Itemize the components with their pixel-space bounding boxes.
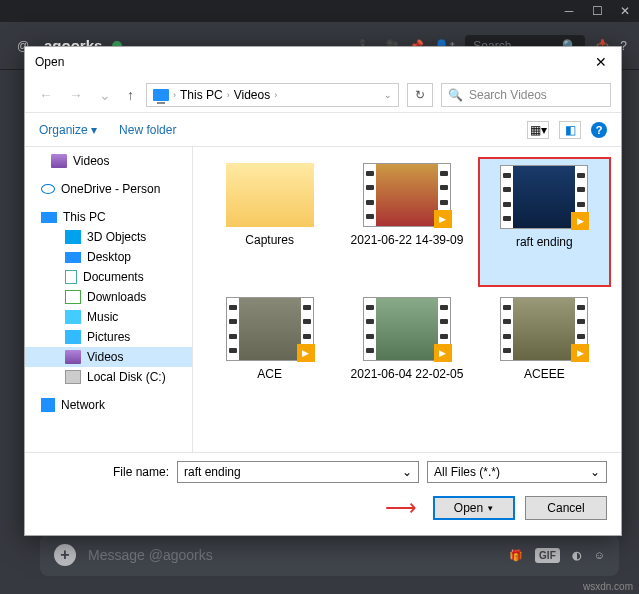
folder-icon bbox=[226, 163, 314, 227]
tree-item-documents[interactable]: Documents bbox=[25, 267, 192, 287]
filetype-select[interactable]: All Files (*.*) ⌄ bbox=[427, 461, 607, 483]
chevron-down-icon[interactable]: ⌄ bbox=[384, 90, 392, 100]
attach-button[interactable]: + bbox=[54, 544, 76, 566]
3d-icon bbox=[65, 230, 81, 244]
chevron-right-icon: › bbox=[227, 90, 230, 100]
sticker-icon[interactable]: ◐ bbox=[572, 549, 582, 562]
message-input[interactable]: Message @agoorks bbox=[88, 547, 497, 563]
discord-titlebar: ─ ☐ ✕ bbox=[0, 0, 639, 22]
dialog-toolbar: Organize ▾ New folder ▦▾ ◧ ? bbox=[25, 113, 621, 147]
video-thumbnail: ▶ bbox=[363, 297, 451, 361]
open-button[interactable]: Open ▼ bbox=[433, 496, 515, 520]
video-thumbnail: ▶ bbox=[500, 165, 588, 229]
play-overlay-icon: ▶ bbox=[571, 344, 589, 362]
file-item-video[interactable]: ▶ 2021-06-22 14-39-09 bbox=[340, 157, 473, 287]
network-icon bbox=[41, 398, 55, 412]
file-item-video[interactable]: ▶ ACEEE bbox=[478, 291, 611, 421]
video-thumbnail: ▶ bbox=[226, 297, 314, 361]
preview-pane-button[interactable]: ◧ bbox=[559, 121, 581, 139]
file-item-video[interactable]: ▶ 2021-06-04 22-02-05 bbox=[340, 291, 473, 421]
video-thumbnail: ▶ bbox=[363, 163, 451, 227]
play-overlay-icon: ▶ bbox=[571, 212, 589, 230]
watermark: wsxdn.com bbox=[583, 581, 633, 592]
onedrive-icon bbox=[41, 184, 55, 194]
file-item-video[interactable]: ▶ ACE bbox=[203, 291, 336, 421]
message-compose: + Message @agoorks 🎁 GIF ◐ ☺ bbox=[40, 534, 619, 576]
filename-input[interactable]: raft ending ⌄ bbox=[177, 461, 419, 483]
up-button[interactable]: ↑ bbox=[123, 85, 138, 105]
downloads-icon bbox=[65, 290, 81, 304]
maximize-button[interactable]: ☐ bbox=[583, 0, 611, 22]
pc-icon bbox=[41, 212, 57, 223]
search-icon: 🔍 bbox=[448, 88, 463, 102]
breadcrumb[interactable]: › This PC › Videos › ⌄ bbox=[146, 83, 399, 107]
tree-item-downloads[interactable]: Downloads bbox=[25, 287, 192, 307]
filename-label: File name: bbox=[39, 465, 169, 479]
minimize-button[interactable]: ─ bbox=[555, 0, 583, 22]
refresh-button[interactable]: ↻ bbox=[407, 83, 433, 107]
tree-item-music[interactable]: Music bbox=[25, 307, 192, 327]
tree-item-videos[interactable]: Videos bbox=[25, 151, 192, 171]
cancel-button[interactable]: Cancel bbox=[525, 496, 607, 520]
chevron-right-icon: › bbox=[274, 90, 277, 100]
video-thumbnail: ▶ bbox=[500, 297, 588, 361]
emoji-icon[interactable]: ☺ bbox=[594, 549, 605, 561]
gift-icon[interactable]: 🎁 bbox=[509, 549, 523, 562]
pc-icon bbox=[153, 89, 169, 101]
dialog-titlebar: Open ✕ bbox=[25, 47, 621, 77]
annotation-arrow: ⟶ bbox=[385, 495, 417, 521]
tree-item-thispc[interactable]: This PC bbox=[25, 207, 192, 227]
file-open-dialog: Open ✕ ← → ⌄ ↑ › This PC › Videos › ⌄ ↻ … bbox=[24, 46, 622, 536]
tree-item-desktop[interactable]: Desktop bbox=[25, 247, 192, 267]
nav-tree: Videos OneDrive - Person This PC 3D Obje… bbox=[25, 147, 193, 452]
file-item-folder[interactable]: Captures bbox=[203, 157, 336, 287]
tree-item-3d-objects[interactable]: 3D Objects bbox=[25, 227, 192, 247]
back-button[interactable]: ← bbox=[35, 85, 57, 105]
chevron-right-icon: › bbox=[173, 90, 176, 100]
dialog-bottom: File name: raft ending ⌄ All Files (*.*)… bbox=[25, 452, 621, 535]
forward-button[interactable]: → bbox=[65, 85, 87, 105]
file-item-video-selected[interactable]: ▶ raft ending bbox=[478, 157, 611, 287]
file-grid: Captures ▶ 2021-06-22 14-39-09 ▶ r bbox=[193, 147, 621, 452]
tree-item-network[interactable]: Network bbox=[25, 395, 192, 415]
desktop-icon bbox=[65, 252, 81, 263]
organize-menu[interactable]: Organize ▾ bbox=[39, 123, 97, 137]
tree-item-videos-selected[interactable]: Videos bbox=[25, 347, 192, 367]
help-button[interactable]: ? bbox=[591, 122, 607, 138]
gif-button[interactable]: GIF bbox=[535, 548, 560, 563]
play-overlay-icon: ▶ bbox=[434, 344, 452, 362]
close-icon[interactable]: ✕ bbox=[591, 54, 611, 70]
tree-item-pictures[interactable]: Pictures bbox=[25, 327, 192, 347]
video-folder-icon bbox=[51, 154, 67, 168]
folder-search-input[interactable]: 🔍 Search Videos bbox=[441, 83, 611, 107]
chevron-down-icon: ⌄ bbox=[590, 465, 600, 479]
new-folder-button[interactable]: New folder bbox=[119, 123, 176, 137]
play-overlay-icon: ▶ bbox=[434, 210, 452, 228]
play-overlay-icon: ▶ bbox=[297, 344, 315, 362]
tree-item-onedrive[interactable]: OneDrive - Person bbox=[25, 179, 192, 199]
dialog-nav: ← → ⌄ ↑ › This PC › Videos › ⌄ ↻ 🔍 Searc… bbox=[25, 77, 621, 113]
chevron-down-icon[interactable]: ⌄ bbox=[402, 465, 412, 479]
dialog-title: Open bbox=[35, 55, 64, 69]
disk-icon bbox=[65, 370, 81, 384]
close-button[interactable]: ✕ bbox=[611, 0, 639, 22]
pictures-icon bbox=[65, 330, 81, 344]
music-icon bbox=[65, 310, 81, 324]
tree-item-local-disk[interactable]: Local Disk (C:) bbox=[25, 367, 192, 387]
video-folder-icon bbox=[65, 350, 81, 364]
documents-icon bbox=[65, 270, 77, 284]
recent-dropdown[interactable]: ⌄ bbox=[95, 85, 115, 105]
view-options-button[interactable]: ▦▾ bbox=[527, 121, 549, 139]
